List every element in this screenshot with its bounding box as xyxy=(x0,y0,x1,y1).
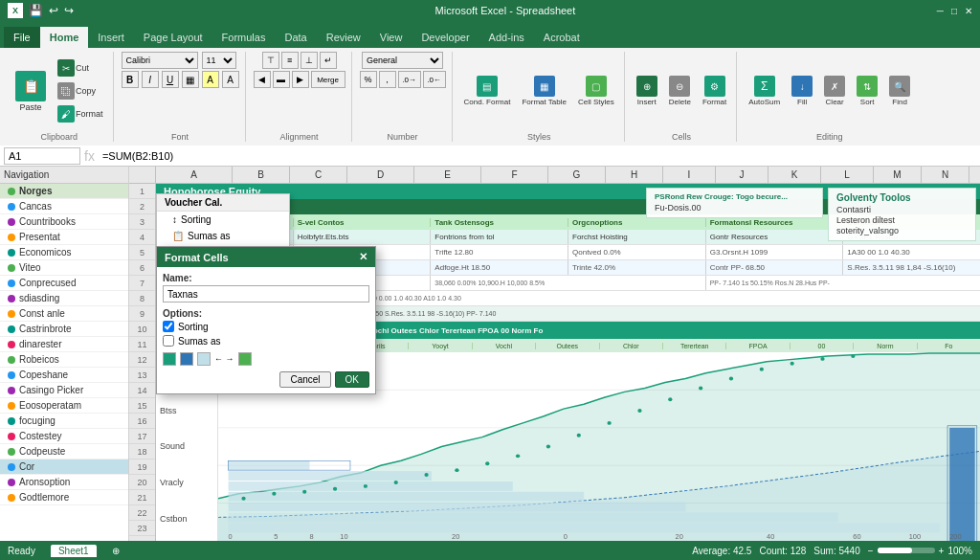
data-cell-3-5[interactable]: Contr PP- 68.50 xyxy=(706,260,844,275)
dialog-cancel-btn[interactable]: Cancel xyxy=(279,371,330,388)
number-format-select[interactable]: GeneralNumberCurrency xyxy=(362,52,443,69)
tab-developer[interactable]: Developer xyxy=(412,27,479,48)
dialog-ok-btn[interactable]: OK xyxy=(335,371,369,388)
zoom-out-btn[interactable]: − xyxy=(868,546,874,556)
align-right-button[interactable]: ▶ xyxy=(292,71,309,88)
sidebar-item-0[interactable]: Norges xyxy=(0,184,128,199)
sidebar-item-16[interactable]: Costestey xyxy=(0,429,128,444)
minimize-btn[interactable]: ─ xyxy=(937,6,944,16)
tab-insert[interactable]: Insert xyxy=(88,27,134,48)
data-cell-2-3[interactable]: Trifte 12.80 xyxy=(431,245,568,259)
name-box[interactable]: A1 xyxy=(4,147,80,165)
grid-cells[interactable]: Hopoborose Equity Chocerness Prospection… xyxy=(156,184,980,541)
col-header-O[interactable]: O xyxy=(969,167,980,183)
close-btn[interactable]: ✕ xyxy=(965,6,972,16)
col-header-A[interactable]: A xyxy=(156,167,233,183)
tab-view[interactable]: View xyxy=(370,27,412,48)
tab-file[interactable]: File xyxy=(4,27,40,48)
sidebar-item-3[interactable]: Presentat xyxy=(0,230,128,245)
dialog-checkbox-sorting[interactable] xyxy=(163,321,174,332)
sort-filter-button[interactable]: ⇅ Sort xyxy=(853,74,881,108)
sidebar-item-9[interactable]: Castrinbrote xyxy=(0,322,128,337)
bold-button[interactable]: B xyxy=(122,71,139,88)
tab-page-layout[interactable]: Page Layout xyxy=(134,27,212,48)
col-header-K[interactable]: K xyxy=(768,167,821,183)
col-header-D[interactable]: D xyxy=(347,167,414,183)
sidebar-item-2[interactable]: Countribooks xyxy=(0,214,128,230)
format-dialog[interactable]: Format Cells ✕ Name: Options: xyxy=(156,246,376,394)
dialog-checkbox-sumas[interactable] xyxy=(163,335,174,347)
data-cell-3-4[interactable]: Trinte 42.0% xyxy=(568,260,706,275)
cut-button[interactable]: ✂ Cut xyxy=(54,57,107,78)
autosum-button[interactable]: Σ AutoSum xyxy=(745,74,784,108)
quick-access-save[interactable]: 💾 xyxy=(29,4,43,17)
tab-add-ins[interactable]: Add-ins xyxy=(479,27,534,48)
font-color-button[interactable]: A xyxy=(222,71,239,88)
zoom-in-btn[interactable]: + xyxy=(939,546,945,556)
col-header-I[interactable]: I xyxy=(663,167,716,183)
align-bottom-button[interactable]: ⊥ xyxy=(301,52,318,69)
formula-input[interactable] xyxy=(99,150,976,162)
italic-button[interactable]: I xyxy=(142,71,159,88)
tab-home[interactable]: Home xyxy=(40,27,89,48)
data-cell-2-5[interactable]: G3.Orsnt.H 1099 xyxy=(706,245,844,259)
dialog-color-swatch-1[interactable] xyxy=(163,352,176,366)
tab-formulas[interactable]: Formulas xyxy=(212,27,276,48)
data-cell-3[interactable]: Fontrions from tol xyxy=(431,230,568,244)
dialog-color-swatch-4[interactable] xyxy=(238,352,252,366)
maximize-btn[interactable]: □ xyxy=(951,6,957,16)
dialog-close-btn[interactable]: ✕ xyxy=(359,251,368,263)
align-left-button[interactable]: ◀ xyxy=(254,71,271,88)
sidebar-item-13[interactable]: Casingo Picker xyxy=(0,383,128,398)
fill-color-button[interactable]: A xyxy=(202,71,219,88)
sidebar-item-7[interactable]: sdiasding xyxy=(0,291,128,306)
sidebar-item-8[interactable]: Const anle xyxy=(0,306,128,322)
data-cell-5[interactable]: Gontr Resources xyxy=(706,230,844,244)
dialog-color-swatch-3[interactable] xyxy=(197,352,211,366)
fill-button[interactable]: ↓ Fill xyxy=(788,74,816,108)
sidebar-item-5[interactable]: Viteo xyxy=(0,260,128,276)
merge-center-button[interactable]: Merge xyxy=(311,71,345,88)
col-header-E[interactable]: E xyxy=(414,167,481,183)
paste-button[interactable]: 📋 Paste xyxy=(11,69,50,114)
comma-button[interactable]: , xyxy=(379,71,396,88)
conditional-formatting-button[interactable]: ▤ Cond. Format xyxy=(460,74,515,108)
tab-acrobat[interactable]: Acrobat xyxy=(534,27,590,48)
insert-cells-button[interactable]: ⊕ Insert xyxy=(633,74,661,108)
sidebar-item-6[interactable]: Conprecused xyxy=(0,276,128,291)
dialog-color-swatch-2[interactable] xyxy=(180,352,193,366)
sheet-tab-1[interactable]: Sheet1 xyxy=(51,545,97,557)
col-header-C[interactable]: C xyxy=(290,167,347,183)
sidebar-item-14[interactable]: Eoosoperatam xyxy=(0,398,128,414)
sidebar-item-20[interactable]: Godtlemore xyxy=(0,490,128,505)
data-cell-2[interactable]: Holbfytr.Ets.bts xyxy=(294,230,432,244)
increase-decimal-button[interactable]: .0→ xyxy=(398,71,421,88)
context-menu-item-0[interactable]: ↕ Sorting xyxy=(157,212,289,228)
format-cells-button[interactable]: ⚙ Format xyxy=(699,74,730,108)
align-center-button[interactable]: ▬ xyxy=(273,71,290,88)
sheet-add-btn[interactable]: ⊕ xyxy=(112,546,120,556)
col-header-J[interactable]: J xyxy=(716,167,768,183)
sidebar-item-4[interactable]: Economicos xyxy=(0,245,128,260)
data-cell-3-3[interactable]: Adfoge.Ht 18.50 xyxy=(431,260,568,275)
col-header-L[interactable]: L xyxy=(821,167,874,183)
sidebar-item-11[interactable]: Robeicos xyxy=(0,352,128,368)
sidebar-item-19[interactable]: Aronsoption xyxy=(0,475,128,490)
quick-access-undo[interactable]: ↩ xyxy=(49,4,58,17)
dialog-name-input[interactable] xyxy=(163,285,369,302)
sidebar-item-18[interactable]: Cor xyxy=(0,459,128,475)
decrease-decimal-button[interactable]: .0← xyxy=(423,71,446,88)
data-cell-2-6[interactable]: 1A30 00 1.0 40.30 xyxy=(843,245,980,259)
col-header-M[interactable]: M xyxy=(874,167,922,183)
border-button[interactable]: ▦ xyxy=(182,71,199,88)
zoom-control[interactable]: − + 100% xyxy=(868,546,972,556)
cell-styles-button[interactable]: ▢ Cell Styles xyxy=(574,74,618,108)
data-cell-4-3[interactable]: PP- 7.140 1s 50.15% Ros.N 28.Hus PP- xyxy=(706,276,980,290)
col-header-H[interactable]: H xyxy=(606,167,663,183)
font-size-select[interactable]: 111214 xyxy=(202,52,236,69)
tab-review[interactable]: Review xyxy=(317,27,370,48)
percent-button[interactable]: % xyxy=(360,71,377,88)
format-as-table-button[interactable]: ▦ Format Table xyxy=(518,74,570,108)
format-painter-button[interactable]: 🖌 Format xyxy=(54,103,107,124)
col-header-B[interactable]: B xyxy=(233,167,290,183)
